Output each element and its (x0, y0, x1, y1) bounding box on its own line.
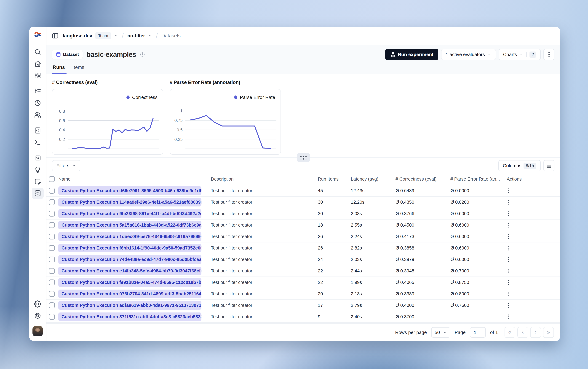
page-number-input[interactable] (470, 327, 486, 338)
run-name-link[interactable]: Custom Python Execution 5a15a616-1bab-44… (58, 221, 201, 229)
sidebar-item-sessions[interactable] (32, 97, 44, 109)
sidebar-bottom (32, 298, 44, 336)
run-latency: 2.40s (348, 311, 393, 322)
breadcrumb-project[interactable]: no-filter (127, 33, 145, 39)
run-name-link[interactable]: Custom Python Execution f6bb1614-1f90-40… (58, 244, 201, 252)
first-page-button[interactable]: « (505, 327, 515, 338)
sidebar-item-home[interactable] (32, 58, 44, 69)
breadcrumb-org[interactable]: langfuse-dev (63, 33, 92, 39)
more-actions-button[interactable] (543, 49, 554, 60)
sidebar-item-users[interactable] (32, 109, 44, 120)
row-checkbox[interactable] (49, 291, 55, 297)
user-avatar[interactable] (32, 326, 43, 336)
run-correctness-avg: Ø 0.4350 (393, 197, 448, 208)
row-actions-button[interactable] (507, 233, 511, 241)
sidebar-item-datasets[interactable] (32, 188, 44, 199)
row-checkbox[interactable] (49, 211, 55, 216)
sidebar-item-support[interactable] (32, 310, 44, 321)
row-actions-button[interactable] (507, 278, 511, 287)
row-checkbox[interactable] (49, 234, 55, 239)
column-header-parse-error-rate-an[interactable]: # Parse Error Rate (an... (448, 173, 502, 185)
run-correctness-avg: Ø 0.3948 (393, 265, 448, 277)
column-header-latency-avg[interactable]: Latency (avg) (348, 173, 393, 185)
evaluators-dropdown[interactable]: 1 active evaluators (441, 49, 496, 60)
database-icon (56, 52, 61, 57)
filters-button[interactable]: Filters (52, 160, 80, 171)
table-row: Custom Python Execution 076b2704-341d-48… (46, 288, 560, 300)
row-actions-button[interactable] (507, 256, 511, 264)
sidebar-item-settings[interactable] (32, 298, 44, 310)
sidebar-item-scores[interactable] (32, 152, 44, 164)
row-checkbox[interactable] (49, 279, 55, 285)
row-checkbox[interactable] (49, 188, 55, 194)
last-page-button[interactable]: » (543, 327, 554, 338)
row-actions-button[interactable] (507, 187, 511, 195)
chevron-down-icon[interactable] (114, 34, 118, 38)
row-checkbox[interactable] (49, 268, 55, 274)
info-icon[interactable] (140, 52, 145, 57)
tab-runs[interactable]: Runs (53, 64, 65, 74)
row-checkbox[interactable] (49, 245, 55, 251)
run-name-link[interactable]: Custom Python Execution d66e7991-8595-45… (58, 186, 201, 195)
run-name-link[interactable]: Custom Python Execution adfae619-abb0-4d… (58, 301, 201, 310)
column-header-correctness-eval[interactable]: # Correctness (eval) (393, 173, 448, 185)
row-actions-button[interactable] (507, 198, 511, 206)
breadcrumb-section[interactable]: Datasets (161, 33, 181, 39)
sidebar-item-search[interactable] (32, 46, 44, 58)
row-checkbox[interactable] (49, 199, 55, 205)
legend-label: Parse Error Rate (240, 95, 275, 100)
row-actions-button[interactable] (507, 210, 511, 218)
svg-text:0.2: 0.2 (59, 137, 65, 142)
charts-dropdown[interactable]: Charts 2 (499, 49, 541, 60)
column-header-name[interactable]: Name (58, 173, 207, 185)
run-name-link[interactable]: Custom Python Execution 076b2704-341d-48… (58, 289, 201, 298)
sidebar-item-annotation[interactable] (32, 176, 44, 187)
rows-per-page-select[interactable]: 50 (431, 327, 450, 338)
sidebar-item-prompts[interactable] (32, 125, 44, 136)
run-name-link[interactable]: Custom Python Execution 74de488e-ec9d-47… (58, 255, 201, 264)
column-header-run-items[interactable]: Run Items (316, 173, 348, 185)
run-name-link[interactable]: Custom Python Execution fe91b83e-04a5-47… (58, 278, 201, 287)
run-name-link[interactable]: Custom Python Execution 114aa9ef-29e6-4e… (58, 198, 201, 206)
sidebar-item-dashboards[interactable] (32, 70, 44, 81)
run-name-link[interactable]: Custom Python Execution 371f531c-abff-4d… (58, 312, 201, 321)
row-checkbox[interactable] (49, 314, 55, 320)
svg-text:0.6: 0.6 (59, 118, 65, 123)
sidebar-nav (32, 46, 44, 199)
previous-page-button[interactable]: ‹ (517, 327, 528, 338)
row-actions-button[interactable] (507, 244, 511, 252)
select-all-checkbox[interactable] (49, 176, 55, 182)
annotation-icon (34, 178, 41, 185)
row-checkbox[interactable] (49, 302, 55, 308)
row-checkbox[interactable] (49, 256, 55, 262)
row-checkbox[interactable] (49, 222, 55, 228)
row-actions-button[interactable] (507, 267, 511, 275)
row-actions-button[interactable] (507, 221, 511, 229)
columns-button[interactable]: Columns 8/15 (499, 160, 541, 171)
next-page-button[interactable]: › (530, 327, 541, 338)
page-label: Page (455, 330, 466, 335)
column-header-actions[interactable]: Actions (502, 173, 560, 185)
sidebar-toggle-button[interactable] (52, 32, 59, 39)
scores-icon (34, 154, 41, 162)
run-items-count: 22 (316, 265, 348, 277)
sidebar-item-tracing[interactable] (32, 86, 44, 97)
sidebar-item-playground[interactable] (32, 137, 44, 148)
panel-resize-handle[interactable] (297, 153, 310, 162)
row-actions-button[interactable] (507, 290, 511, 298)
rows-per-page-value: 50 (435, 330, 440, 335)
run-correctness-avg: Ø 0.4500 (393, 219, 448, 231)
sidebar-item-insights[interactable] (32, 164, 44, 175)
row-height-button[interactable] (543, 160, 554, 171)
row-actions-button[interactable] (507, 313, 511, 321)
chart-title: # Parse Error Rate (annotation) (170, 80, 281, 85)
column-header-description[interactable]: Description (207, 173, 316, 185)
tab-items[interactable]: Items (72, 64, 84, 74)
run-latency: 2.44s (348, 265, 393, 277)
row-actions-button[interactable] (507, 301, 511, 309)
run-name-link[interactable]: Custom Python Execution 1daec0f9-5e78-43… (58, 232, 201, 241)
chevron-down-icon[interactable] (148, 34, 152, 38)
run-name-link[interactable]: Custom Python Execution 9fe23f98-881e-44… (58, 209, 201, 218)
run-experiment-button[interactable]: Run experiment (385, 49, 439, 60)
run-name-link[interactable]: Custom Python Execution e14fa348-5cfc-49… (58, 267, 201, 275)
